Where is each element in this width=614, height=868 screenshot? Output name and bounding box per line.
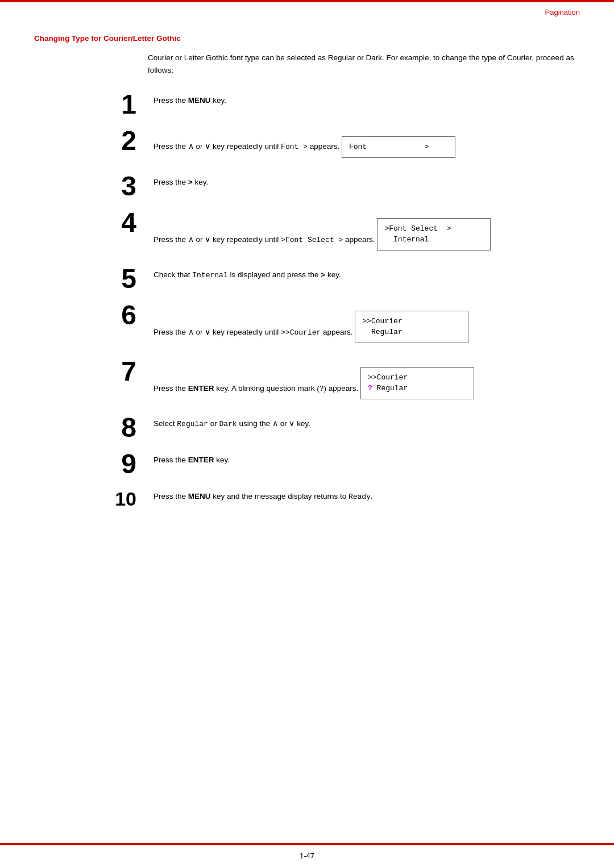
section-title: Changing Type for Courier/Letter Gothic: [34, 34, 580, 43]
step-2-display-text: Font >: [349, 141, 448, 153]
step-7-display: >>Courier ? Regular: [360, 367, 474, 399]
step-5-content: Check that Internal is displayed and pre…: [154, 264, 580, 282]
step-8: 8 Select Regular or Dark using the ∧ or …: [34, 413, 580, 441]
step-number-5: 5: [91, 264, 136, 293]
step-6-content: Press the ∧ or ∨ key repeatedly until >>…: [154, 301, 580, 349]
step-5-code: Internal: [192, 271, 227, 279]
step-number-1: 1: [91, 90, 136, 118]
step-2-display: Font >: [342, 136, 455, 158]
step-10: 10 Press the MENU key and the message di…: [34, 486, 580, 508]
step-number-2: 2: [91, 126, 136, 155]
step-10-bold: MENU: [188, 492, 211, 500]
step-10-content: Press the MENU key and the message displ…: [154, 486, 580, 503]
step-6-display: >>Courier Regular: [355, 311, 468, 343]
step-6: 6 Press the ∧ or ∨ key repeatedly until …: [34, 301, 580, 349]
step-7-display-text: >>Courier ? Regular: [368, 372, 467, 394]
step-4-code: >Font Select >: [281, 235, 343, 244]
step-7: 7 Press the ENTER key. A blinking questi…: [34, 357, 580, 405]
step-7-bold: ENTER: [188, 383, 214, 392]
step-9-bold: ENTER: [188, 456, 214, 464]
step-number-7: 7: [91, 357, 136, 385]
page-content: Changing Type for Courier/Letter Gothic …: [34, 34, 580, 834]
bottom-rule: [0, 843, 614, 845]
step-6-code: >>Courier: [281, 328, 321, 336]
page-number: 1-47: [300, 852, 314, 860]
step-5: 5 Check that Internal is displayed and p…: [34, 264, 580, 293]
intro-text: Courier or Letter Gothic font type can b…: [148, 52, 580, 76]
step-4: 4 Press the ∧ or ∨ key repeatedly until …: [34, 208, 580, 256]
step-1-content: Press the MENU key.: [154, 90, 580, 107]
step-7-code: ?: [320, 384, 324, 393]
step-number-9: 9: [91, 449, 136, 478]
step-4-display: >Font Select > Internal: [377, 218, 491, 251]
step-2: 2 Press the ∧ or ∨ key repeatedly until …: [34, 126, 580, 164]
step-6-display-text: >>Courier Regular: [362, 316, 461, 338]
step-1-bold: MENU: [188, 96, 211, 105]
pagination-label: Pagination: [545, 8, 580, 16]
step-number-4: 4: [91, 208, 136, 236]
step-4-content: Press the ∧ or ∨ key repeatedly until >F…: [154, 208, 580, 256]
step-7-cursor: ?: [368, 384, 372, 393]
step-3: 3 Press the > key.: [34, 172, 580, 200]
step-9-content: Press the ENTER key.: [154, 449, 580, 466]
step-number-3: 3: [91, 172, 136, 200]
step-number-10: 10: [91, 486, 136, 508]
step-8-code1: Regular: [177, 420, 208, 428]
step-4-display-text: >Font Select > Internal: [384, 223, 483, 245]
step-1: 1 Press the MENU key.: [34, 90, 580, 118]
step-10-code: Ready: [349, 493, 371, 501]
step-5-bold: >: [321, 270, 325, 279]
step-number-6: 6: [91, 301, 136, 329]
step-8-code2: Dark: [219, 420, 237, 428]
step-2-code: Font >: [281, 143, 308, 151]
step-8-content: Select Regular or Dark using the ∧ or ∨ …: [154, 413, 580, 431]
step-3-bold: >: [188, 178, 193, 186]
step-9: 9 Press the ENTER key.: [34, 449, 580, 478]
step-number-8: 8: [91, 413, 136, 441]
top-rule: [0, 0, 614, 2]
step-3-content: Press the > key.: [154, 172, 580, 189]
step-2-content: Press the ∧ or ∨ key repeatedly until Fo…: [154, 126, 580, 164]
step-7-content: Press the ENTER key. A blinking question…: [154, 357, 580, 405]
